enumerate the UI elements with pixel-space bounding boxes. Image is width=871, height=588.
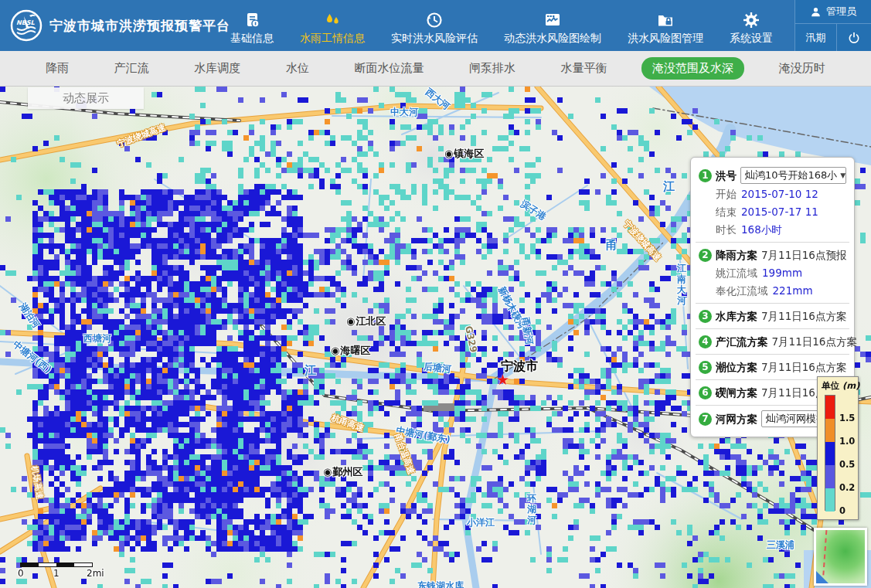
app-logo-icon: NBSL xyxy=(9,8,43,42)
start-key: 开始 xyxy=(716,186,737,202)
map-scalebar: 0 1 2mi xyxy=(20,563,93,578)
nav-system-settings[interactable]: 系统设置 xyxy=(730,11,773,46)
tide-scheme-label: 潮位方案 xyxy=(716,359,757,375)
tab-gate-pump-drainage[interactable]: 闸泵排水 xyxy=(458,57,526,80)
depth-legend: 单位 (m) 1.5 1.0 0.5 0.2 0 xyxy=(817,376,859,520)
tab-reservoir-dispatch[interactable]: 水库调度 xyxy=(183,57,251,80)
nav-basic-info[interactable]: 基础信息 xyxy=(230,11,274,46)
tab-runoff[interactable]: 产汇流 xyxy=(104,57,160,80)
tab-inundation-duration[interactable]: 淹没历时 xyxy=(768,57,836,80)
step-badge-5: 5 xyxy=(699,361,712,374)
power-icon xyxy=(847,31,861,45)
reservoir-scheme-label: 水库方案 xyxy=(716,308,757,324)
tide-scheme-value: 7月11日16点方案 xyxy=(761,359,846,375)
legend-tick-0-5: 0.5 xyxy=(839,459,855,470)
end-key: 结束 xyxy=(716,204,737,219)
admin-menu[interactable]: 管理员 xyxy=(795,0,871,24)
tab-rainfall[interactable]: 降雨 xyxy=(35,57,80,80)
minimap-collapse-icon[interactable] xyxy=(816,571,828,583)
logout-button[interactable] xyxy=(837,24,871,51)
fenghuajiang-key: 奉化江流域 xyxy=(716,283,768,298)
header-corner-bottom: 汛期 xyxy=(795,24,871,51)
rain-scheme-label: 降雨方案 xyxy=(716,247,757,263)
legend-seg-orange xyxy=(825,419,835,442)
overview-minimap[interactable] xyxy=(814,528,867,586)
yaojiang-value: 199mm xyxy=(762,265,802,280)
legend-seg-cyan xyxy=(825,488,835,512)
nav-realtime-risk[interactable]: 实时洪水风险评估 xyxy=(391,11,478,46)
legend-tick-1-0: 1.0 xyxy=(839,436,855,447)
brand: NBSL 宁波市城市洪涝预报预警平台 xyxy=(0,0,224,51)
scalebar-label-1: 1 xyxy=(53,568,60,579)
fenghuajiang-value: 221mm xyxy=(773,283,813,298)
city-star-icon: ★ xyxy=(496,371,509,388)
scalebar-label-0: 0 xyxy=(18,568,24,579)
rain-scheme-value: 7月11日16点预报 xyxy=(761,247,846,263)
gear-icon xyxy=(742,11,760,29)
legend-tick-1-5: 1.5 xyxy=(839,413,855,423)
folder-lock-icon xyxy=(656,11,675,29)
gate-scheme-label: 碶闸方案 xyxy=(716,385,757,400)
top-navigation: 基础信息 水雨工情信息 实时洪水风险评估 动态洪水风险图绘制 洪水风险图管理 系… xyxy=(224,0,773,51)
sub-navigation: 降雨 产汇流 水库调度 水位 断面水位流量 闸泵排水 水量平衡 淹没范围及水深 … xyxy=(0,51,871,87)
season-toggle[interactable]: 汛期 xyxy=(795,24,837,51)
duration-key: 时长 xyxy=(716,222,737,237)
legend-seg-slate xyxy=(825,465,835,488)
water-drops-icon xyxy=(323,11,342,29)
tab-water-balance[interactable]: 水量平衡 xyxy=(550,57,618,80)
app-title: 宁波市城市洪涝预报预警平台 xyxy=(49,17,230,35)
legend-seg-red xyxy=(825,396,835,419)
tab-water-level[interactable]: 水位 xyxy=(275,57,320,80)
legend-title: 单位 (m) xyxy=(818,377,858,392)
app-header: NBSL 宁波市城市洪涝预报预警平台 基础信息 水雨工情信息 实时洪水风险评估 … xyxy=(0,0,871,51)
nav-dynamic-risk-map[interactable]: 动态洪水风险图绘制 xyxy=(504,11,601,46)
network-scheme-label: 河网方案 xyxy=(716,411,757,427)
step-badge-4: 4 xyxy=(699,335,712,348)
tab-inundation-extent-depth[interactable]: 淹没范围及水深 xyxy=(641,57,744,80)
runoff-scheme-value: 7月11日16点方案 xyxy=(772,334,857,349)
step-badge-6: 6 xyxy=(699,386,712,399)
yaojiang-key: 姚江流域 xyxy=(716,265,757,280)
step-badge-1: 1 xyxy=(699,169,712,182)
legend-seg-blue xyxy=(825,442,835,465)
nav-water-rain-info[interactable]: 水雨工情信息 xyxy=(300,11,365,46)
clock-icon xyxy=(425,11,444,29)
legend-tick-0-2: 0.2 xyxy=(839,482,855,493)
nav-risk-map-management[interactable]: 洪水风险图管理 xyxy=(628,11,703,46)
user-icon xyxy=(810,6,822,18)
runoff-scheme-label: 产汇流方案 xyxy=(716,334,768,349)
tab-section-flow[interactable]: 断面水位流量 xyxy=(343,57,434,80)
dynamic-display-button[interactable]: 动态展示 xyxy=(28,87,144,109)
scalebar-labels: 0 1 2mi xyxy=(20,567,93,578)
legend-tick-0: 0 xyxy=(839,505,845,516)
reservoir-scheme-value: 7月11日16点方案 xyxy=(761,308,846,324)
chevron-down-icon: ▼ xyxy=(840,168,845,183)
step-badge-7: 7 xyxy=(699,413,712,426)
flood-no-select[interactable]: 灿鸿10号开始168小 ▼ xyxy=(740,167,846,184)
scalebar-label-2: 2mi xyxy=(87,568,104,579)
duration-value: 168小时 xyxy=(741,222,782,237)
chart-window-icon xyxy=(543,11,562,29)
doc-info-icon xyxy=(243,11,261,29)
legend-colorbar xyxy=(825,395,835,511)
flood-no-label: 洪号 xyxy=(716,168,737,183)
step-badge-2: 2 xyxy=(699,249,712,262)
step-badge-3: 3 xyxy=(699,310,712,323)
map-container[interactable]: 宁波绕城高速中大河西大河◉镇海区滨子港江甬宁波绕城高速江南大河新杨木碶河甬新河◉… xyxy=(0,87,871,588)
end-value: 2015-07-17 11 xyxy=(741,204,818,219)
start-value: 2015-07-10 12 xyxy=(741,186,818,202)
header-corner: 管理员 汛期 xyxy=(794,0,871,51)
